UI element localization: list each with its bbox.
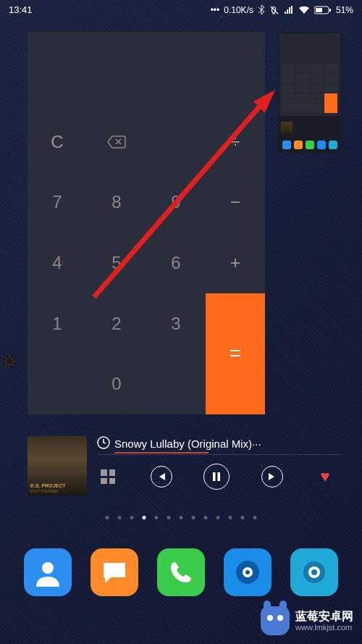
playlist-grid-button[interactable]	[97, 466, 119, 488]
more-dots-icon: •••	[211, 5, 220, 15]
status-right: ••• 0.10K/s 51%	[211, 5, 353, 15]
signal-icon	[284, 6, 294, 14]
calculator-widget[interactable]: C ÷ 7 8 9 − 4 5 6 + 1 2 3 = 0	[28, 32, 265, 414]
calc-6-button[interactable]: 6	[146, 233, 206, 293]
page-dot[interactable]	[192, 516, 195, 519]
page-dot[interactable]	[167, 516, 171, 519]
battery-percent: 51%	[336, 5, 353, 15]
calc-4-button[interactable]: 4	[28, 233, 87, 293]
preview-music	[279, 117, 340, 138]
page-indicator[interactable]	[106, 516, 257, 519]
grid-icon	[101, 469, 115, 484]
page-dot[interactable]	[106, 516, 109, 519]
watermark-title: 蓝莓安卓网	[295, 610, 353, 623]
preview-calculator	[279, 33, 340, 116]
page-dot[interactable]	[229, 516, 232, 519]
calculator-display	[28, 32, 265, 112]
mute-icon	[269, 5, 279, 15]
calc-5-button[interactable]: 5	[87, 233, 146, 293]
pause-icon	[211, 472, 222, 482]
calc-0-button[interactable]: 0	[28, 354, 206, 414]
watermark-mascot-icon	[261, 606, 290, 635]
calc-8-button[interactable]: 8	[87, 172, 146, 233]
page-dot[interactable]	[241, 516, 245, 519]
calculator-keypad: C ÷ 7 8 9 − 4 5 6 + 1 2 3 = 0	[28, 112, 265, 414]
svg-point-10	[42, 562, 54, 574]
album-art[interactable]: K.S. PROJECT EAST THUNDER	[28, 436, 87, 495]
previous-track-button[interactable]	[151, 466, 172, 488]
status-bar: 13:41 ••• 0.10K/s 51%	[0, 0, 362, 20]
skip-forward-icon	[268, 472, 277, 481]
svg-rect-8	[213, 472, 216, 481]
page-dot[interactable]	[143, 516, 146, 519]
song-title: Snowy Lullaby (Original Mix)···	[114, 438, 261, 450]
camera-edge-icon[interactable]	[1, 354, 17, 369]
svg-point-13	[245, 570, 250, 574]
preview-thumbnail-panel[interactable]	[278, 32, 342, 154]
music-controls: ♥	[97, 464, 342, 490]
watermark: 蓝莓安卓网 www.lmkjst.com	[261, 606, 353, 635]
calc-empty	[146, 112, 206, 172]
album-artist-label: K.S. PROJECT	[30, 483, 66, 488]
calc-9-button[interactable]: 9	[146, 172, 206, 233]
calc-divide-button[interactable]: ÷	[206, 112, 265, 172]
svg-rect-1	[316, 8, 322, 12]
net-speed: 0.10K/s	[224, 5, 253, 15]
calc-7-button[interactable]: 7	[28, 172, 87, 233]
dock-messages-app[interactable]	[90, 548, 138, 596]
calc-equals-button[interactable]: =	[206, 293, 265, 414]
calc-clear-button[interactable]: C	[28, 112, 87, 172]
music-player-widget: K.S. PROJECT EAST THUNDER Snowy Lullaby …	[28, 436, 342, 501]
wifi-icon	[298, 6, 310, 14]
album-sublabel: EAST THUNDER	[30, 489, 59, 493]
next-track-button[interactable]	[261, 466, 283, 488]
preview-dock	[279, 138, 340, 152]
dock-contacts-app[interactable]	[24, 548, 72, 596]
page-dot[interactable]	[118, 516, 122, 519]
calc-1-button[interactable]: 1	[28, 293, 87, 354]
calc-2-button[interactable]: 2	[87, 293, 146, 354]
calc-plus-button[interactable]: +	[206, 233, 265, 293]
svg-rect-9	[218, 472, 221, 481]
svg-rect-2	[329, 9, 331, 12]
page-dot[interactable]	[180, 516, 183, 519]
page-dot[interactable]	[155, 516, 159, 519]
dock-browser-app[interactable]	[224, 548, 272, 596]
favorite-button[interactable]: ♥	[314, 466, 336, 488]
dock	[0, 548, 362, 596]
page-dot[interactable]	[253, 516, 257, 519]
dock-phone-app[interactable]	[157, 548, 205, 596]
page-dot[interactable]	[130, 516, 134, 519]
calc-backspace-button[interactable]	[87, 112, 146, 172]
calc-3-button[interactable]: 3	[146, 293, 206, 354]
skip-back-icon	[157, 472, 166, 481]
watermark-url: www.lmkjst.com	[295, 623, 353, 632]
heart-icon: ♥	[320, 467, 329, 486]
music-app-icon	[97, 436, 110, 451]
play-pause-button[interactable]	[203, 464, 230, 490]
bluetooth-icon	[258, 5, 265, 15]
svg-point-16	[311, 569, 317, 575]
status-time: 13:41	[9, 4, 33, 15]
calc-minus-button[interactable]: −	[206, 172, 265, 233]
page-dot[interactable]	[204, 516, 208, 519]
battery-icon	[314, 6, 332, 14]
song-title-row[interactable]: Snowy Lullaby (Original Mix)···	[97, 436, 342, 455]
svg-point-5	[3, 355, 16, 368]
dock-camera-app[interactable]	[290, 548, 338, 596]
page-dot[interactable]	[216, 516, 220, 519]
